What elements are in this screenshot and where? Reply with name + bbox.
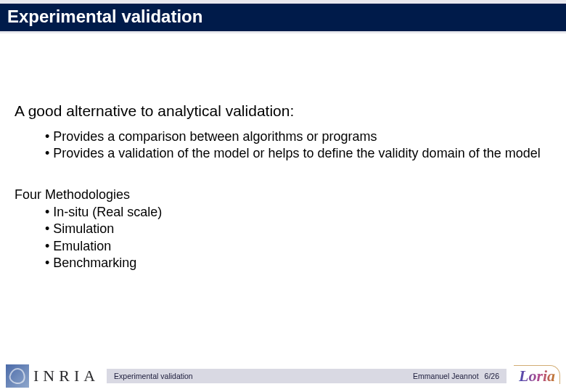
bullet-icon: • (45, 221, 53, 236)
slide-content: A good alternative to analytical validat… (0, 33, 566, 271)
content-heading: A good alternative to analytical validat… (15, 102, 551, 120)
bullet-text: Simulation (53, 221, 114, 236)
footer-author: Emmanuel Jeannot (413, 372, 484, 380)
bullet-icon: • (45, 146, 53, 160)
bullet-text: Provides a validation of the model or he… (53, 146, 540, 160)
bullet-icon: • (45, 129, 53, 144)
footer-section-name: Experimental validation (114, 372, 413, 380)
bullet-text: Benchmarking (53, 256, 136, 270)
list-item: • Benchmarking (45, 255, 551, 271)
bullet-text: Provides a comparison between algorithms… (53, 129, 377, 144)
inria-mark-icon (6, 364, 29, 388)
footer-page-number: 6/26 (485, 372, 499, 380)
bullet-list-primary: • Provides a comparison between algorith… (15, 128, 551, 163)
bullet-icon: • (45, 239, 53, 253)
slide-title: Experimental validation (0, 0, 566, 31)
list-item: • In-situ (Real scale) (45, 204, 551, 221)
footer-bar: Experimental validation Emmanuel Jeannot… (107, 369, 506, 383)
list-item: • Simulation (45, 221, 551, 237)
loria-wordmark: Loria (519, 367, 555, 385)
list-item: • Provides a validation of the model or … (45, 145, 551, 162)
bullet-text: Emulation (53, 239, 111, 253)
bullet-icon: • (45, 205, 53, 219)
list-item: • Emulation (45, 238, 551, 255)
bullet-icon: • (45, 256, 53, 270)
loria-logo: Loria (512, 364, 562, 388)
bullet-text: In-situ (Real scale) (53, 205, 162, 219)
slide-footer: INRIA Experimental validation Emmanuel J… (0, 360, 566, 392)
bullet-list-secondary: • In-situ (Real scale) • Simulation • Em… (15, 204, 551, 272)
list-item: • Provides a comparison between algorith… (45, 128, 551, 145)
inria-wordmark: INRIA (33, 367, 99, 385)
section-label: Four Methodologies (15, 187, 551, 203)
slide: Experimental validation A good alternati… (0, 0, 566, 392)
inria-logo: INRIA (6, 364, 99, 388)
